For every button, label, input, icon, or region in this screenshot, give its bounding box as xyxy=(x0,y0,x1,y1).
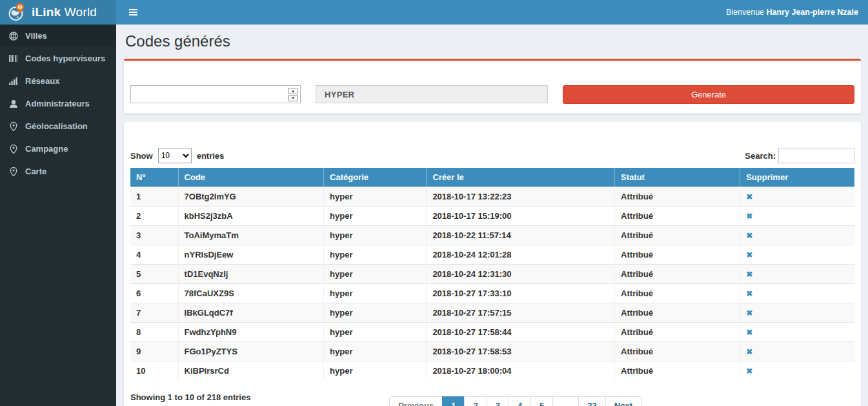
pagination-page-button[interactable]: 5 xyxy=(530,396,553,406)
spinner-up-icon[interactable]: ▲ xyxy=(288,88,298,94)
table-row: 1 7OBtg2ImYG hyper 2018-10-17 13:22:23 A… xyxy=(130,187,854,207)
cell-num: 7 xyxy=(130,303,178,323)
sidebar-item-codes-hyperviseurs[interactable]: Codes hyperviseurs xyxy=(0,47,116,70)
delete-icon[interactable]: ✖ xyxy=(746,367,752,376)
cell-num: 6 xyxy=(130,284,178,303)
col-header-categorie[interactable]: Catégorie xyxy=(324,168,427,187)
delete-icon[interactable]: ✖ xyxy=(746,192,752,201)
delete-icon[interactable]: ✖ xyxy=(746,212,752,221)
navbar: Bienvenue Hanry Jean-pierre Nzale xyxy=(116,0,868,25)
delete-icon[interactable]: ✖ xyxy=(746,309,752,318)
col-header-creer-le[interactable]: Créer le xyxy=(427,168,615,187)
delete-icon[interactable]: ✖ xyxy=(746,347,752,356)
cell-status: Attribué xyxy=(615,245,740,265)
generate-button[interactable]: Generate xyxy=(563,85,854,104)
cell-code: FGo1PyZTYS xyxy=(178,342,324,361)
delete-icon[interactable]: ✖ xyxy=(746,250,752,259)
pagination-next-button[interactable]: Next xyxy=(605,396,641,406)
pagination-page-button[interactable]: 4 xyxy=(509,396,531,406)
sidebar-item-villes[interactable]: Villes xyxy=(0,25,116,47)
brand-title: iLink World xyxy=(32,5,97,19)
sidebar-item-label: Géolocalisation xyxy=(25,121,88,131)
cell-code: tD1EvqNzIj xyxy=(178,265,324,284)
col-header-num[interactable]: N° xyxy=(130,168,178,187)
cell-num: 2 xyxy=(130,207,178,226)
codes-table: N° Code Catégorie Créer le Statut Suppri… xyxy=(130,168,854,380)
cell-code: 7OBtg2ImYG xyxy=(178,187,324,207)
pagination-page-button[interactable]: 1 xyxy=(442,396,465,406)
cell-num: 10 xyxy=(130,361,178,381)
svg-text:$: $ xyxy=(19,5,21,10)
spinner-down-icon[interactable]: ▼ xyxy=(288,95,298,101)
cell-category: hyper xyxy=(324,226,427,245)
brand-logo-area[interactable]: $ iLink World xyxy=(0,0,116,25)
sidebar-toggle-hamburger-icon[interactable] xyxy=(128,6,139,18)
table-row: 3 ToAiMymaTm hyper 2018-10-22 11:57:14 A… xyxy=(130,226,854,245)
codes-table-panel: Show 10 entries Search: N° Code Catég xyxy=(124,122,861,406)
category-field xyxy=(316,85,548,103)
code-generation-panel: ▲ ▼ Generate xyxy=(124,59,861,114)
pagination-page-button[interactable]: 22 xyxy=(578,396,605,406)
quantity-input[interactable] xyxy=(131,86,300,103)
delete-icon[interactable]: ✖ xyxy=(746,328,752,337)
cell-code: ToAiMymaTm xyxy=(178,226,324,245)
search-input[interactable] xyxy=(778,148,854,163)
sidebar-item-administrateurs[interactable]: Administrateurs xyxy=(0,92,116,115)
cell-category: hyper xyxy=(324,284,427,303)
page-length-select[interactable]: 10 xyxy=(158,148,192,163)
cell-created: 2018-10-24 12:01:28 xyxy=(427,245,615,265)
cell-category: hyper xyxy=(324,342,427,361)
cell-category: hyper xyxy=(324,303,427,323)
pagination-previous-button[interactable]: Previous xyxy=(389,396,443,406)
top-bar: $ iLink World Bienvenue Hanry Jean-pierr… xyxy=(0,0,868,25)
main-content: Codes générés ▲ ▼ Generate Show 10 entri… xyxy=(116,0,868,406)
cell-num: 1 xyxy=(130,187,178,207)
pagination-page-button[interactable]: 2 xyxy=(464,396,487,406)
cell-num: 9 xyxy=(130,342,178,361)
globe-icon xyxy=(9,32,18,41)
delete-icon[interactable]: ✖ xyxy=(746,270,752,279)
cell-category: hyper xyxy=(324,187,427,207)
cell-created: 2018-10-27 17:58:44 xyxy=(427,323,615,342)
col-header-supprimer[interactable]: Supprimer xyxy=(740,168,854,187)
page-length-control: Show 10 entries xyxy=(130,148,224,163)
search-label: Search: xyxy=(745,151,776,161)
pagination: Previous 1 2 3 4 5 … 22 Next xyxy=(389,396,641,406)
welcome-message: Bienvenue Hanry Jean-pierre Nzale xyxy=(726,8,858,17)
cell-created: 2018-10-27 17:58:53 xyxy=(427,342,615,361)
sidebar-item-label: Administrateurs xyxy=(25,99,90,108)
col-header-statut[interactable]: Statut xyxy=(615,168,740,187)
cell-code: KiBPirsrCd xyxy=(178,361,324,381)
sidebar: Villes Codes hyperviseurs Réseaux Admini… xyxy=(0,25,116,406)
sidebar-item-label: Codes hyperviseurs xyxy=(25,54,105,63)
table-row: 5 tD1EvqNzIj hyper 2018-10-24 12:31:30 A… xyxy=(130,265,854,284)
sidebar-item-reseaux[interactable]: Réseaux xyxy=(0,70,116,92)
cell-num: 8 xyxy=(130,323,178,342)
delete-icon[interactable]: ✖ xyxy=(746,289,752,298)
cell-code: kbHS2j3zbA xyxy=(178,207,324,226)
sidebar-item-campagne[interactable]: Campagne xyxy=(0,137,116,160)
sidebar-item-label: Villes xyxy=(25,31,47,41)
table-row: 6 78fCaUXZ9S hyper 2018-10-27 17:33:10 A… xyxy=(130,284,854,303)
table-row: 10 KiBPirsrCd hyper 2018-10-27 18:00:04 … xyxy=(130,361,854,381)
cell-code: IBkGLqdC7f xyxy=(178,303,324,323)
entries-label: entries xyxy=(197,151,225,161)
sidebar-item-geolocalisation[interactable]: Géolocalisation xyxy=(0,115,116,137)
sidebar-item-label: Carte xyxy=(25,167,46,176)
cell-status: Attribué xyxy=(615,303,740,323)
cell-category: hyper xyxy=(324,207,427,226)
cell-category: hyper xyxy=(324,323,427,342)
pagination-ellipsis: … xyxy=(552,396,579,406)
pagination-page-button[interactable]: 3 xyxy=(487,396,509,406)
col-header-code[interactable]: Code xyxy=(178,168,324,187)
cell-created: 2018-10-27 18:00:04 xyxy=(427,361,615,381)
barcode-icon xyxy=(9,54,18,63)
cell-status: Attribué xyxy=(615,207,740,226)
map-marker-icon xyxy=(9,167,18,176)
cell-category: hyper xyxy=(324,361,427,381)
table-row: 4 nYRIsDjEew hyper 2018-10-24 12:01:28 A… xyxy=(130,245,854,265)
delete-icon[interactable]: ✖ xyxy=(746,231,752,240)
sidebar-item-carte[interactable]: Carte xyxy=(0,160,116,183)
cell-status: Attribué xyxy=(615,342,740,361)
cell-category: hyper xyxy=(324,245,427,265)
